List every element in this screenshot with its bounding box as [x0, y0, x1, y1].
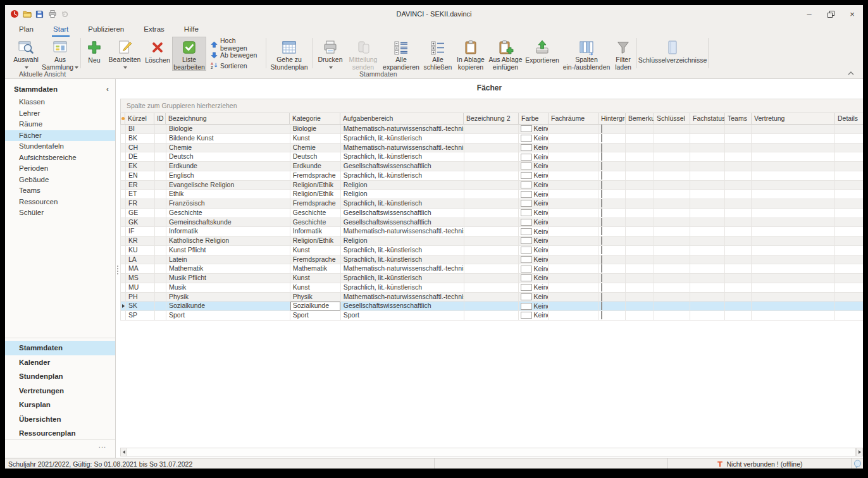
cell-farbe[interactable]: Keine: [519, 302, 549, 310]
cell-details[interactable]: [835, 255, 863, 264]
cell-bezeichnung[interactable]: Kunst Pflicht: [166, 246, 290, 255]
cell-bezeichnung[interactable]: Physik: [166, 293, 290, 302]
cell-fachstatus[interactable]: [690, 293, 725, 302]
cell-vertretung[interactable]: [752, 311, 835, 320]
row-selector[interactable]: [121, 236, 126, 245]
cell-bezeichnung[interactable]: Musik Pflicht: [166, 274, 290, 283]
cell-bezeichnung[interactable]: Ethik: [166, 190, 290, 199]
hintergrund-checkbox[interactable]: [601, 264, 602, 273]
cell-fachraeume[interactable]: [549, 190, 598, 199]
cell-fachraeume[interactable]: [549, 144, 598, 152]
cell-bezeichnung2[interactable]: [464, 311, 519, 320]
cell-details[interactable]: [835, 152, 863, 161]
cell-schluessel[interactable]: [654, 209, 690, 218]
column-header-vertretung[interactable]: Vertretung: [752, 113, 835, 125]
cell-details[interactable]: [835, 246, 863, 255]
cell-id[interactable]: [155, 283, 166, 292]
hintergrund-checkbox[interactable]: [601, 227, 602, 235]
ribbon-button-schluesselverzeichnisse[interactable]: Schlüsselverzeichnisse: [640, 37, 705, 71]
sidebar-item-aufsichtsbereiche[interactable]: Aufsichtsbereiche: [5, 152, 115, 164]
cell-fachstatus[interactable]: [690, 255, 725, 264]
cell-fachraeume[interactable]: [549, 255, 598, 264]
cell-vertretung[interactable]: [752, 283, 835, 292]
cell-details[interactable]: [835, 171, 863, 180]
cell-fachstatus[interactable]: [690, 246, 725, 255]
cell-kuerzel[interactable]: MS: [126, 274, 155, 283]
cell-vertretung[interactable]: [752, 293, 835, 302]
cell-schluessel[interactable]: [654, 144, 690, 152]
cell-bemerkung[interactable]: [626, 293, 654, 302]
cell-bemerkung[interactable]: [626, 144, 654, 152]
cell-teams[interactable]: [725, 218, 752, 227]
cell-fachstatus[interactable]: [690, 190, 725, 199]
cell-kategorie[interactable]: Chemie: [290, 144, 341, 152]
sidebar-splitter-handle[interactable]: [116, 265, 119, 275]
cell-teams[interactable]: [725, 311, 752, 320]
cell-aufgabenbereich[interactable]: Gesellschaftswissenschaftlich: [341, 218, 464, 227]
nav-item-vertretungen[interactable]: Vertretungen: [5, 384, 115, 398]
hintergrund-checkbox[interactable]: [601, 134, 602, 142]
hintergrund-checkbox[interactable]: [601, 190, 602, 198]
cell-teams[interactable]: [725, 264, 752, 273]
cell-bezeichnung[interactable]: Mathematik: [166, 264, 290, 273]
cell-teams[interactable]: [725, 181, 752, 190]
cell-vertretung[interactable]: [752, 190, 835, 199]
cell-bezeichnung2[interactable]: [464, 190, 519, 199]
color-swatch[interactable]: [521, 293, 532, 300]
cell-kategorie[interactable]: Religion/Ethik: [290, 236, 341, 245]
cell-id[interactable]: [155, 274, 166, 283]
cell-kategorie[interactable]: Fremdsprache: [290, 255, 341, 264]
cell-teams[interactable]: [725, 293, 752, 302]
cell-fachraeume[interactable]: [549, 246, 598, 255]
cell-kuerzel[interactable]: EK: [126, 162, 155, 171]
ribbon-button-in-ablage-kopieren[interactable]: In Ablagekopieren: [454, 37, 487, 71]
cell-aufgabenbereich[interactable]: Sprachlich, lit.-künstlerisch: [341, 274, 464, 283]
row-selector[interactable]: [121, 227, 126, 236]
save-icon[interactable]: [35, 9, 44, 19]
cell-details[interactable]: [835, 236, 863, 245]
hintergrund-checkbox[interactable]: [601, 152, 602, 161]
ribbon-button-mitteilung-senden[interactable]: Mitteilungsenden: [347, 37, 380, 71]
cell-aufgabenbereich[interactable]: Mathematisch-naturwissenschaftl.-technis…: [341, 293, 464, 302]
davinci-logo-icon[interactable]: [9, 9, 19, 19]
cell-bemerkung[interactable]: [626, 246, 654, 255]
cell-kategorie[interactable]: Deutsch: [290, 152, 341, 161]
ribbon-button-auswahl[interactable]: Auswahl: [11, 37, 41, 71]
cell-fachstatus[interactable]: [690, 144, 725, 152]
cell-fachstatus[interactable]: [690, 152, 725, 161]
cell-aufgabenbereich[interactable]: Sprachlich, lit.-künstlerisch: [341, 255, 464, 264]
cell-aufgabenbereich[interactable]: Gesellschaftswissenschaftlich: [341, 162, 464, 171]
cell-kuerzel[interactable]: MU: [126, 283, 155, 292]
nav-item-stundenplan[interactable]: Stundenplan: [5, 369, 115, 384]
hintergrund-checkbox[interactable]: [601, 274, 602, 282]
cell-hintergrund[interactable]: [598, 125, 626, 133]
cell-bemerkung[interactable]: [626, 125, 654, 133]
cell-hintergrund[interactable]: [598, 218, 626, 227]
cell-vertretung[interactable]: [752, 181, 835, 190]
cell-fachraeume[interactable]: [549, 209, 598, 218]
tab-publizieren[interactable]: Publizieren: [87, 24, 125, 37]
scrollbar-thumb[interactable]: [127, 448, 856, 456]
cell-vertretung[interactable]: [752, 236, 835, 245]
cell-farbe[interactable]: Keine: [519, 218, 549, 227]
cell-details[interactable]: [835, 302, 863, 310]
cell-schluessel[interactable]: [654, 293, 690, 302]
cell-id[interactable]: [155, 227, 166, 236]
cell-fachstatus[interactable]: [690, 171, 725, 180]
color-swatch[interactable]: [521, 191, 532, 198]
cell-details[interactable]: [835, 181, 863, 190]
cell-details[interactable]: [835, 190, 863, 199]
color-swatch[interactable]: [521, 247, 532, 254]
cell-kuerzel[interactable]: LA: [126, 255, 155, 264]
cell-kategorie[interactable]: Sport: [290, 311, 341, 320]
cell-farbe[interactable]: Keine: [519, 293, 549, 302]
open-folder-icon[interactable]: [22, 9, 32, 19]
cell-schluessel[interactable]: [654, 181, 690, 190]
cell-hintergrund[interactable]: [598, 236, 626, 245]
cell-farbe[interactable]: Keine: [519, 134, 549, 143]
cell-id[interactable]: [155, 199, 166, 208]
cell-fachraeume[interactable]: [549, 218, 598, 227]
nav-item-stammdaten[interactable]: Stammdaten: [5, 341, 115, 355]
cell-details[interactable]: [835, 199, 863, 208]
color-swatch[interactable]: [521, 162, 532, 169]
